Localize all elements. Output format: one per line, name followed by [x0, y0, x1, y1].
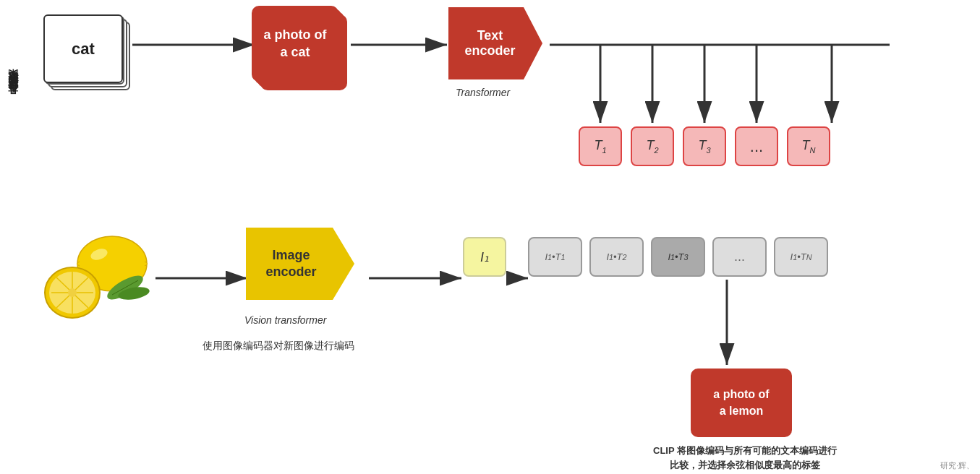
- clip-caption: CLIP 将图像编码与所有可能的文本编码进行比较，并选择余弦相似度最高的标签: [608, 444, 882, 472]
- image-encoder-shape: Imageencoder: [246, 228, 354, 300]
- lemon-result-box: a photo ofa lemon: [691, 369, 792, 437]
- image-encoder-label: Imageencoder: [265, 247, 320, 281]
- text-encoder-block: Textencoder: [448, 7, 542, 79]
- cat-cards: cat: [43, 14, 130, 94]
- main-container: 具有未知标签的新数据集: [0, 0, 980, 474]
- i1-label: I₁: [480, 249, 489, 265]
- watermark: 研究·辉、: [940, 460, 974, 471]
- t-box-1: T1: [579, 126, 622, 166]
- lemon-image: [40, 224, 152, 325]
- it-box-2: I1•T2: [589, 237, 644, 277]
- photo-of-cat-text: a photo ofa cat: [264, 27, 327, 61]
- vision-transformer-label: Vision transformer: [244, 314, 326, 326]
- t-box-dots: ...: [735, 126, 778, 166]
- vertical-label: 具有未知标签的新数据集: [6, 87, 20, 103]
- card-front: cat: [43, 14, 123, 83]
- t-box-n: TN: [787, 126, 830, 166]
- t-box-2: T2: [631, 126, 674, 166]
- t-boxes-row: T1 T2 T3 ... TN: [579, 126, 830, 166]
- it-box-dots: ...: [712, 237, 767, 277]
- it-box-3: I1•T3: [651, 237, 705, 277]
- transformer-label: Transformer: [456, 87, 510, 98]
- it-box-1: I1•T1: [528, 237, 582, 277]
- clip-caption-text: CLIP 将图像编码与所有可能的文本编码进行比较，并选择余弦相似度最高的标签: [653, 445, 837, 470]
- image-encoder-block: Imageencoder: [246, 228, 354, 300]
- svg-point-23: [68, 288, 77, 297]
- it-box-n: I1•TN: [774, 237, 828, 277]
- t-box-3: T3: [683, 126, 726, 166]
- it-boxes-row: I1•T1 I1•T2 I1•T3 ... I1•TN: [528, 237, 828, 277]
- cat-label: cat: [72, 40, 95, 59]
- lemon-result-text: a photo ofa lemon: [713, 387, 769, 419]
- photo-card-front: a photo ofa cat: [252, 6, 338, 82]
- text-encoder-label: Textencoder: [464, 28, 515, 59]
- lemon-svg: [40, 224, 152, 325]
- i1-box: I₁: [463, 237, 506, 277]
- text-encoder-shape: Textencoder: [448, 7, 542, 79]
- bottom-caption: 使用图像编码器对新图像进行编码: [203, 340, 354, 353]
